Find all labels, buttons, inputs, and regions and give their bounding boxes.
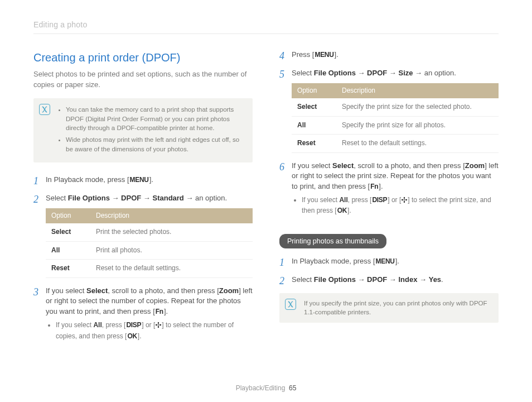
step-number: 2: [33, 192, 38, 207]
step-number: 4: [279, 49, 284, 63]
thumb-step-2: 2 Select File Options → DPOF → Index → Y…: [279, 275, 499, 285]
step-number: 2: [279, 274, 284, 288]
table-row: AllPrint all photos.: [46, 241, 253, 259]
footer-section: Playback/Editing: [236, 384, 286, 392]
step-text: In Playback mode, press [: [46, 175, 129, 184]
table-row: ResetReset to the default settings.: [46, 260, 253, 277]
step-number: 5: [279, 67, 284, 82]
note-box: If you specify the print size, you can p…: [279, 293, 499, 323]
step-3: 3 If you select Select, scroll to a phot…: [33, 286, 253, 341]
table-row: SelectSpecify the print size for the sel…: [292, 98, 499, 116]
breadcrumb: Editing a photo: [33, 19, 499, 34]
disp-key-icon: DISP: [371, 195, 388, 205]
subsection-pill: Printing photos as thumbnails: [279, 234, 386, 248]
table-header: Description: [336, 83, 499, 98]
table-header: Option: [46, 208, 90, 223]
note-icon: [39, 104, 50, 115]
step-4: 4 Press [MENU].: [279, 50, 499, 60]
step-text: Select: [46, 194, 68, 202]
svg-point-9: [405, 199, 408, 200]
svg-point-2: [158, 326, 159, 328]
step-number: 1: [33, 174, 38, 188]
ok-key-icon: OK: [127, 332, 137, 341]
svg-point-4: [159, 324, 162, 326]
step-number: 6: [279, 160, 284, 174]
table-row: SelectPrint the selected photos.: [46, 223, 253, 241]
left-column: Creating a print order (DPOF) Select pho…: [33, 50, 253, 349]
section-intro: Select photos to be printed and set opti…: [33, 69, 253, 90]
menu-key-icon: MENU: [314, 50, 334, 60]
page-number: 65: [289, 384, 296, 392]
section-heading: Creating a print order (DPOF): [33, 50, 253, 66]
svg-point-0: [158, 324, 159, 326]
options-table: OptionDescription SelectPrint the select…: [46, 208, 253, 278]
note-item: Wide photos may print with the left and …: [66, 135, 245, 154]
step-text: ].: [149, 175, 153, 184]
step-1: 1 In Playback mode, press [MENU].: [33, 175, 253, 185]
svg-point-7: [404, 201, 405, 203]
menu-key-icon: MENU: [375, 257, 395, 266]
menu-key-icon: MENU: [129, 175, 149, 185]
right-column: 4 Press [MENU]. 5 Select File Options → …: [279, 50, 499, 349]
step-number: 1: [279, 255, 284, 270]
step-number: 3: [33, 285, 38, 299]
menu-path: File Options: [68, 194, 110, 202]
note-icon: [285, 299, 296, 310]
note-text: If you specify the print size, you can p…: [304, 300, 487, 316]
macro-flower-icon: [155, 322, 162, 331]
menu-path: DPOF: [121, 194, 141, 202]
options-table: OptionDescription SelectSpecify the prin…: [292, 83, 499, 153]
disp-key-icon: DISP: [125, 320, 142, 330]
macro-flower-icon: [401, 197, 408, 206]
fn-key-icon: Fn: [370, 182, 379, 192]
step-2: 2 Select File Options → DPOF → Standard …: [33, 193, 253, 277]
svg-point-8: [402, 199, 404, 200]
fn-key-icon: Fn: [155, 307, 164, 317]
sub-bullet: If you select All, press [DISP] or [] to…: [302, 195, 499, 216]
step-5: 5 Select File Options → DPOF → Size → an…: [279, 68, 499, 152]
svg-point-5: [404, 199, 405, 200]
table-header: Description: [90, 208, 253, 223]
svg-point-6: [404, 197, 405, 199]
table-header: Option: [292, 83, 336, 98]
page-footer: Playback/Editing 65: [0, 384, 532, 393]
ok-key-icon: OK: [337, 206, 347, 216]
svg-point-1: [158, 322, 159, 324]
note-box: You can take the memory card to a print …: [33, 98, 253, 162]
menu-path: Standard: [152, 194, 183, 202]
sub-bullet: If you select All, press [DISP] or [] to…: [56, 320, 253, 341]
svg-point-3: [156, 324, 158, 326]
step-6: 6 If you select Select, scroll to a phot…: [279, 161, 499, 216]
table-row: ResetReset to the default settings.: [292, 135, 499, 152]
note-item: You can take the memory card to a print …: [66, 105, 245, 133]
table-row: AllSpecify the print size for all photos…: [292, 116, 499, 134]
thumb-step-1: 1 In Playback mode, press [MENU].: [279, 256, 499, 267]
